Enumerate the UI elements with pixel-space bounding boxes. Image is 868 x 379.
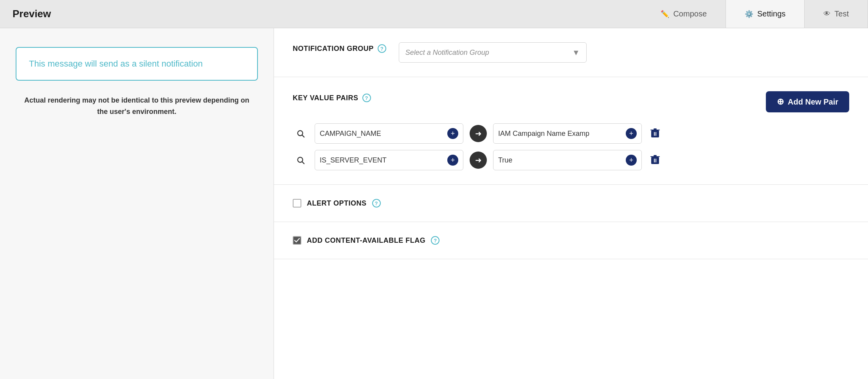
kvp-help-icon[interactable]: ?: [362, 94, 371, 102]
svg-rect-12: [650, 156, 660, 157]
kv-key-add-btn-1[interactable]: +: [447, 128, 458, 139]
key-value-pairs-section: KEY VALUE PAIRS ? ⊕ Add New Pair: [274, 77, 868, 185]
right-panel: NOTIFICATION GROUP ? Select a Notificati…: [274, 28, 868, 379]
content-available-flag-section: ADD CONTENT-AVAILABLE FLAG ?: [274, 222, 868, 259]
tab-bar: ✏️ Compose ⚙️ Settings 👁 Test: [642, 0, 868, 28]
tab-test-label: Test: [834, 9, 849, 18]
tab-compose-label: Compose: [673, 9, 707, 18]
settings-icon: ⚙️: [745, 10, 753, 18]
table-row: + ➜ +: [293, 150, 849, 170]
rendering-note: Actual rendering may not be identical to…: [16, 95, 258, 117]
kv-key-input-container-1: +: [315, 123, 463, 144]
header: Preview ✏️ Compose ⚙️ Settings 👁 Test: [0, 0, 868, 28]
svg-rect-5: [650, 130, 660, 130]
tab-settings-label: Settings: [757, 9, 785, 18]
notification-group-dropdown[interactable]: Select a Notification Group ▼: [399, 42, 587, 63]
eye-icon: 👁: [823, 10, 830, 18]
kv-value-input-2[interactable]: [498, 156, 626, 164]
content-available-help-icon[interactable]: ?: [431, 236, 439, 245]
svg-rect-3: [654, 132, 655, 136]
silent-notification-box: This message will send as a silent notif…: [16, 47, 258, 81]
svg-rect-9: [651, 157, 659, 164]
content-available-label: ADD CONTENT-AVAILABLE FLAG: [307, 236, 425, 245]
delete-icon-1[interactable]: [648, 126, 662, 141]
kv-key-input-2[interactable]: [320, 156, 447, 164]
alert-options-help-icon[interactable]: ?: [372, 199, 381, 208]
table-row: + ➜ +: [293, 123, 849, 144]
alert-options-label: ALERT OPTIONS: [307, 199, 367, 208]
add-new-pair-label: Add New Pair: [788, 97, 838, 106]
arrow-right-icon-2: ➜: [470, 152, 487, 169]
alert-options-row: ALERT OPTIONS ?: [293, 199, 849, 208]
svg-rect-11: [656, 159, 656, 162]
main-content: This message will send as a silent notif…: [0, 28, 868, 379]
dropdown-arrow-icon: ▼: [572, 48, 580, 57]
search-icon[interactable]: [293, 152, 308, 168]
kv-value-input-container-1: +: [493, 123, 642, 144]
arrow-right-icon-1: ➜: [470, 125, 487, 142]
delete-icon-2[interactable]: [648, 152, 662, 168]
tab-settings[interactable]: ⚙️ Settings: [726, 0, 805, 28]
app-container: Preview ✏️ Compose ⚙️ Settings 👁 Test Th…: [0, 0, 868, 379]
content-available-checkbox[interactable]: [293, 236, 301, 245]
left-panel: This message will send as a silent notif…: [0, 28, 274, 379]
compose-icon: ✏️: [661, 10, 669, 18]
svg-rect-2: [651, 130, 659, 137]
svg-rect-13: [654, 155, 657, 156]
kv-key-input-container-2: +: [315, 150, 463, 170]
kv-key-input-1[interactable]: [320, 130, 447, 138]
page-title: Preview: [13, 8, 51, 20]
plus-icon: ⊕: [777, 97, 784, 107]
notification-group-placeholder: Select a Notification Group: [405, 49, 489, 57]
silent-notification-text: This message will send as a silent notif…: [29, 59, 203, 69]
kv-value-add-btn-2[interactable]: +: [626, 155, 637, 166]
notification-group-row: NOTIFICATION GROUP ? Select a Notificati…: [293, 42, 849, 63]
alert-options-checkbox[interactable]: [293, 199, 301, 208]
notification-group-label: NOTIFICATION GROUP: [293, 45, 374, 53]
svg-rect-10: [654, 159, 655, 162]
tab-test[interactable]: 👁 Test: [805, 0, 868, 28]
notification-group-section: NOTIFICATION GROUP ? Select a Notificati…: [274, 28, 868, 77]
kv-value-input-1[interactable]: [498, 130, 626, 138]
kvp-section-header: KEY VALUE PAIRS ?: [293, 94, 371, 102]
alert-options-section: ALERT OPTIONS ?: [274, 185, 868, 222]
svg-line-8: [302, 162, 304, 164]
kv-key-add-btn-2[interactable]: +: [447, 155, 458, 166]
kvp-header: KEY VALUE PAIRS ? ⊕ Add New Pair: [293, 91, 849, 112]
notification-group-header: NOTIFICATION GROUP ?: [293, 44, 386, 53]
kv-value-add-btn-1[interactable]: +: [626, 128, 637, 139]
kv-value-input-container-2: +: [493, 150, 642, 170]
svg-rect-6: [654, 128, 657, 130]
search-icon[interactable]: [293, 126, 308, 141]
tab-compose[interactable]: ✏️ Compose: [642, 0, 726, 28]
kv-rows: + ➜ +: [293, 123, 849, 170]
content-flag-row: ADD CONTENT-AVAILABLE FLAG ?: [293, 236, 849, 245]
add-new-pair-button[interactable]: ⊕ Add New Pair: [766, 91, 849, 112]
notification-group-help-icon[interactable]: ?: [378, 44, 386, 53]
svg-line-1: [302, 135, 304, 137]
svg-rect-4: [656, 132, 656, 136]
kvp-label: KEY VALUE PAIRS: [293, 94, 358, 102]
